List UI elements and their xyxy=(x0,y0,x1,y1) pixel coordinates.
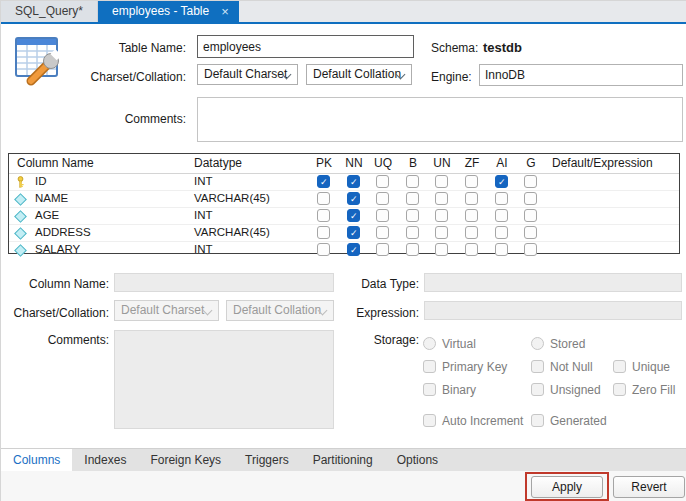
generated-checkbox xyxy=(531,414,544,427)
schema-value: testdb xyxy=(483,40,522,55)
storage-option-label: Auto Increment xyxy=(442,414,523,428)
flag-checkbox-NN[interactable] xyxy=(347,209,360,222)
flag-checkbox-ZF[interactable] xyxy=(465,175,478,188)
storage-option-label: Unique xyxy=(632,360,670,374)
flag-checkbox-PK[interactable] xyxy=(317,226,330,239)
flag-checkbox-ZF[interactable] xyxy=(465,209,478,222)
auto-increment-checkbox xyxy=(423,414,436,427)
storage-option-label: Primary Key xyxy=(442,360,507,374)
apply-button[interactable]: Apply xyxy=(531,476,603,498)
storage-option-label: Stored xyxy=(550,337,585,351)
datatype-header: Datatype xyxy=(194,156,242,170)
schema-label: Schema: xyxy=(431,41,478,55)
flag-checkbox-UQ[interactable] xyxy=(376,209,389,222)
table-row[interactable]: SALARYINT xyxy=(9,242,679,258)
collation-value: Default Collation xyxy=(313,67,401,81)
flag-checkbox-G[interactable] xyxy=(524,226,537,239)
diamond-icon xyxy=(15,227,27,239)
flag-checkbox-NN[interactable] xyxy=(347,226,360,239)
flag-checkbox-ZF[interactable] xyxy=(465,243,478,256)
table-row[interactable]: NAMEVARCHAR(45) xyxy=(9,191,679,208)
tab-employees-table[interactable]: employees - Table × xyxy=(98,1,239,22)
flag-checkbox-PK[interactable] xyxy=(317,192,330,205)
tab-options[interactable]: Options xyxy=(385,449,450,471)
flag-checkbox-UQ[interactable] xyxy=(376,192,389,205)
zero-fill-checkbox xyxy=(613,383,626,396)
flag-checkbox-G[interactable] xyxy=(524,243,537,256)
tab-indexes[interactable]: Indexes xyxy=(72,449,138,471)
collation-dropdown[interactable]: Default Collation xyxy=(306,64,412,85)
tab-sql-query[interactable]: SQL_Query* xyxy=(1,1,98,22)
flag-checkbox-UQ[interactable] xyxy=(376,243,389,256)
column-name-cell: ID xyxy=(35,175,47,187)
storage-option-label: Not Null xyxy=(550,360,593,374)
table-comments-textarea[interactable] xyxy=(197,97,683,142)
table-name-label: Table Name: xyxy=(61,41,186,55)
flag-checkbox-NN[interactable] xyxy=(347,192,360,205)
flag-checkbox-B[interactable] xyxy=(406,209,419,222)
flag-header-G: G xyxy=(517,156,545,170)
flag-checkbox-NN[interactable] xyxy=(347,243,360,256)
detail-charset-value: Default Charset xyxy=(121,303,204,317)
storage-option-label: Virtual xyxy=(442,337,476,351)
detail-data-type-label: Data Type: xyxy=(331,277,419,291)
detail-expression-label: Expression: xyxy=(331,306,419,320)
flag-checkbox-B[interactable] xyxy=(406,226,419,239)
detail-collation-value: Default Collation xyxy=(233,303,321,317)
flag-checkbox-AI[interactable] xyxy=(495,192,508,205)
tab-label: employees - Table xyxy=(112,1,209,22)
detail-comments-textarea xyxy=(114,330,334,429)
close-icon[interactable]: × xyxy=(221,5,229,18)
flag-checkbox-PK[interactable] xyxy=(317,243,330,256)
table-row[interactable]: AGEINT xyxy=(9,208,679,225)
flag-checkbox-UQ[interactable] xyxy=(376,226,389,239)
key-icon xyxy=(15,176,27,188)
flag-checkbox-UN[interactable] xyxy=(435,192,448,205)
engine-input[interactable] xyxy=(479,64,683,86)
flag-checkbox-AI[interactable] xyxy=(495,209,508,222)
flag-checkbox-B[interactable] xyxy=(406,175,419,188)
flag-checkbox-G[interactable] xyxy=(524,192,537,205)
storage-options: VirtualStoredPrimary KeyNot NullUniqueBi… xyxy=(423,332,685,432)
charset-dropdown[interactable]: Default Charset xyxy=(197,64,298,85)
table-name-input[interactable] xyxy=(197,35,414,58)
revert-button[interactable]: Revert xyxy=(613,476,685,498)
columns-grid: Column Name Datatype PKNNUQBUNZFAIG Defa… xyxy=(8,153,680,254)
unique-checkbox xyxy=(613,360,626,373)
tab-columns[interactable]: Columns xyxy=(1,449,72,471)
charset-value: Default Charset xyxy=(204,67,287,81)
flag-checkbox-UN[interactable] xyxy=(435,226,448,239)
flag-checkbox-G[interactable] xyxy=(524,209,537,222)
tab-foreign-keys[interactable]: Foreign Keys xyxy=(138,449,233,471)
flag-checkbox-AI[interactable] xyxy=(495,226,508,239)
flag-checkbox-UN[interactable] xyxy=(435,175,448,188)
storage-option-label: Generated xyxy=(550,414,607,428)
flag-checkbox-ZF[interactable] xyxy=(465,192,478,205)
flag-checkbox-PK[interactable] xyxy=(317,209,330,222)
detail-charset-collation-label: Charset/Collation: xyxy=(1,306,109,320)
tab-triggers[interactable]: Triggers xyxy=(233,449,301,471)
flag-checkbox-UN[interactable] xyxy=(435,209,448,222)
detail-expression-input xyxy=(424,301,682,320)
flag-checkbox-G[interactable] xyxy=(524,175,537,188)
primary-key-checkbox xyxy=(423,360,436,373)
flag-header-PK: PK xyxy=(310,156,338,170)
flag-checkbox-B[interactable] xyxy=(406,192,419,205)
flag-checkbox-UN[interactable] xyxy=(435,243,448,256)
flag-checkbox-PK[interactable] xyxy=(317,175,330,188)
flag-checkbox-AI[interactable] xyxy=(495,243,508,256)
table-row[interactable]: ADDRESSVARCHAR(45) xyxy=(9,225,679,242)
flag-checkbox-B[interactable] xyxy=(406,243,419,256)
diamond-icon xyxy=(15,193,27,205)
flag-header-UQ: UQ xyxy=(369,156,397,170)
flag-checkbox-AI[interactable] xyxy=(495,175,508,188)
table-row[interactable]: IDINT xyxy=(9,174,679,191)
flag-checkbox-NN[interactable] xyxy=(347,175,360,188)
binary-checkbox xyxy=(423,383,436,396)
flag-checkbox-ZF[interactable] xyxy=(465,226,478,239)
flag-checkbox-UQ[interactable] xyxy=(376,175,389,188)
column-name-cell: ADDRESS xyxy=(35,226,91,238)
tab-partitioning[interactable]: Partitioning xyxy=(301,449,385,471)
detail-data-type-input xyxy=(424,273,682,292)
comments-label: Comments: xyxy=(61,112,186,126)
